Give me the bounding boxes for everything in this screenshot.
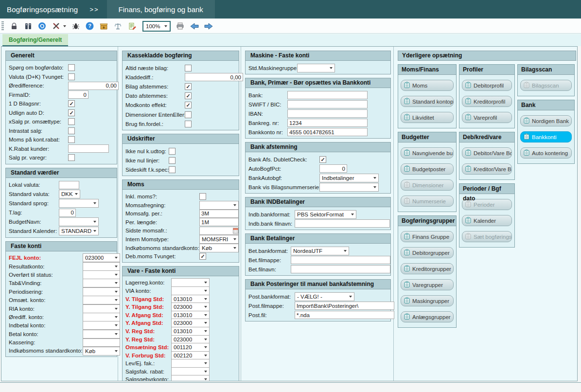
via-konto-select[interactable] <box>171 286 210 295</box>
bankreg-nr-input[interactable] <box>287 119 368 127</box>
bank-vis-bilagsnummerserie-select[interactable] <box>319 183 379 192</box>
swift-bic-input[interactable] <box>287 100 368 108</box>
modkonto-effekt-checkbox[interactable]: ✓ <box>185 102 192 108</box>
ria-konto-select[interactable] <box>83 304 120 313</box>
archive-box-icon[interactable] <box>99 21 108 31</box>
dimensioner-button[interactable]: Dimensioner <box>401 179 454 191</box>
indb-bankformat-select[interactable]: PBS SektorFormat <box>295 210 356 219</box>
omsaetning-std-select[interactable]: 001120 <box>171 343 210 352</box>
saet-bogforingsd-button[interactable]: Sæt bogføringsd <box>462 231 512 242</box>
standard-kalender-select[interactable]: STANDARD <box>59 227 99 235</box>
intern-momstype-select[interactable]: MOMSFRI <box>199 235 239 244</box>
columns-icon[interactable] <box>23 21 33 31</box>
bankkonti-button[interactable]: Bankkonti <box>520 131 572 143</box>
post-bankformat-select[interactable]: - VÆLG! - <box>295 292 354 301</box>
lokal-valuta-input[interactable] <box>59 181 79 189</box>
navngivende-bu-button[interactable]: Navngivende bu <box>401 147 454 159</box>
altid-naeste-bilag-checkbox[interactable] <box>185 65 192 71</box>
inkl-moms-checkbox[interactable] <box>199 193 206 200</box>
toolbar-grip-handle[interactable] <box>1 21 4 31</box>
refresh-icon[interactable] <box>37 21 47 31</box>
salgsgebyrkonto-select[interactable] <box>171 375 210 381</box>
post-fil-input[interactable] <box>295 311 394 319</box>
tab-bogforing-generelt[interactable]: Bogføring/Generelt <box>2 34 68 46</box>
deb-moms-tvunget-checkbox[interactable]: ✓ <box>199 253 206 260</box>
ikke-nul-k-udtog-checkbox[interactable] <box>169 148 176 155</box>
anlaegsgrupper-button[interactable]: Anlægsgrupper <box>401 311 454 322</box>
bet-filnavn-input[interactable] <box>291 265 390 273</box>
udlign-auto-d-checkbox[interactable]: ✓ <box>68 109 75 116</box>
salgsfak-rabat-select[interactable] <box>171 367 210 376</box>
likviditet-button[interactable]: Likviditet <box>401 112 454 123</box>
maskingrupper-button[interactable]: Maskingrupper <box>401 295 454 306</box>
cut-icon[interactable] <box>52 21 61 31</box>
standard-kontop-button[interactable]: Standard kontop <box>401 96 454 107</box>
zoom-select[interactable]: 100% <box>142 21 171 32</box>
oredifference-input[interactable] <box>68 82 119 90</box>
orediff-konto-select[interactable] <box>83 313 120 321</box>
standard-sprog-select[interactable] <box>59 199 99 208</box>
t-lag-input[interactable] <box>59 209 76 217</box>
indb-bank-filnavn-input[interactable] <box>295 219 390 228</box>
varegrupper-button[interactable]: Varegrupper <box>401 279 454 290</box>
bet-filmappe-input[interactable] <box>291 256 390 264</box>
cut-dropdown-icon[interactable] <box>63 25 66 27</box>
overfort-til-status-select[interactable] <box>83 270 120 279</box>
k-rabat-kunder-input[interactable] <box>68 144 109 153</box>
lagerreg-konto-select[interactable] <box>171 278 210 287</box>
y-reg-std-select[interactable]: 023000 <box>171 335 210 344</box>
firmaid-input[interactable] <box>68 90 88 99</box>
1-d-bilagsnr-checkbox[interactable]: ✓ <box>68 100 75 107</box>
intrastat-salg-checkbox[interactable] <box>68 127 75 134</box>
finans-gruppe-button[interactable]: Finans Gruppe <box>401 231 454 242</box>
v-tilgang-std-select[interactable]: 013010 <box>171 295 210 303</box>
calendar-icon[interactable] <box>233 227 238 234</box>
indkobsmoms-standardkonto-select[interactable]: Køb <box>83 347 120 356</box>
y-afgang-std-select[interactable]: 023000 <box>171 319 210 327</box>
std-maskinegruppe-select[interactable] <box>297 64 335 72</box>
debitor-vare-bog-button[interactable]: Debitor/Vare Bog <box>462 147 512 159</box>
nummerserie-button[interactable]: Nummerserie <box>401 196 454 207</box>
xsalg-pr-omsaettype-checkbox[interactable] <box>68 118 75 125</box>
indbetal-konto-select[interactable] <box>83 321 120 330</box>
standard-valuta-select[interactable]: DKK <box>59 190 80 198</box>
auto-kontering-button[interactable]: Auto kontering <box>520 147 572 159</box>
brug-fin-fordel-checkbox[interactable] <box>185 121 192 127</box>
ikke-nul-linjer-checkbox[interactable] <box>169 157 176 164</box>
bankautobgf-select[interactable]: Indbetalinger <box>319 174 379 182</box>
v-afgang-std-select[interactable]: 013010 <box>171 311 210 320</box>
periodisering-select[interactable] <box>83 287 120 296</box>
iban-input[interactable] <box>287 109 368 118</box>
moms-paa-kont-rabat-checkbox[interactable] <box>68 136 75 143</box>
debitorprofil-button[interactable]: Debitorprofil <box>462 80 512 91</box>
kreditorgrupper-button[interactable]: Kreditorgrupper <box>401 263 454 274</box>
scale-icon[interactable] <box>113 21 123 31</box>
bilagsscan-button[interactable]: Bilagsscan <box>520 80 572 91</box>
tab-vinding-select[interactable] <box>83 279 120 287</box>
sporg-om-bogfordato-checkbox[interactable] <box>68 64 75 71</box>
window-tab-finans[interactable]: Finans, bogføring og bank <box>107 0 215 18</box>
autobogfpct-input[interactable] <box>319 164 347 173</box>
post-filmappe-input[interactable] <box>295 302 394 310</box>
resultatkonto-select[interactable] <box>83 262 120 271</box>
nordigen-bank-button[interactable]: Nordigen Bank <box>520 115 572 126</box>
bilag-afstemmes-checkbox[interactable]: ✓ <box>185 83 192 90</box>
bet-bankformat-select[interactable]: NordeaUTF <box>291 247 349 255</box>
debitorgrupper-button[interactable]: Debitorgrupper <box>401 247 454 258</box>
fejl-konto-select[interactable]: 023000 <box>83 253 120 262</box>
y-tilgang-std-select[interactable]: 023000 <box>171 303 210 311</box>
dimensioner-enteneller-checkbox[interactable] <box>185 111 192 118</box>
bank-afs-dubletcheck-checkbox[interactable]: ✓ <box>319 156 326 163</box>
v-forbrug-std-select[interactable]: 002120 <box>171 351 210 360</box>
lock-icon[interactable] <box>9 21 18 31</box>
betal-konto-select[interactable] <box>83 330 120 339</box>
valuta-d-k-tvunget-checkbox[interactable] <box>68 73 75 80</box>
forward-arrow-icon[interactable] <box>204 21 213 31</box>
bug-icon[interactable] <box>71 21 80 31</box>
budgetnavn-select[interactable] <box>59 217 99 226</box>
kladdediff-input[interactable] <box>185 73 243 81</box>
bankkonto-nr-input[interactable] <box>287 128 368 136</box>
salg-pr-varegr-checkbox[interactable] <box>68 154 75 161</box>
document-edit-icon[interactable] <box>127 21 137 31</box>
budgetposter-button[interactable]: Budgetposter <box>401 163 454 175</box>
